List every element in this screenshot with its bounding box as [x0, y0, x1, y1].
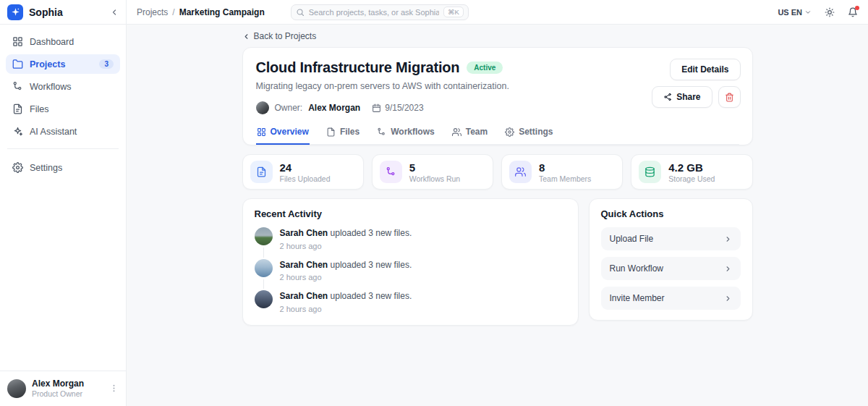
tab-label: Settings	[519, 127, 553, 137]
folder-icon	[12, 59, 23, 69]
sidebar-item-dashboard[interactable]: Dashboard	[6, 32, 120, 51]
user-menu-button[interactable]	[109, 384, 119, 393]
project-header-card: Cloud Infrastructure Migration Active Mi…	[242, 47, 753, 145]
chevron-left-icon	[110, 8, 119, 17]
status-badge: Active	[467, 62, 503, 74]
stat-label: Team Members	[539, 174, 591, 183]
stat-value: 4.2 GB	[668, 161, 715, 174]
activity-actor: Sarah Chen	[280, 228, 328, 238]
tab-workflows[interactable]: Workflows	[376, 125, 435, 145]
sidebar-item-label: Dashboard	[30, 37, 114, 47]
activity-time: 2 hours ago	[280, 242, 412, 250]
list-item: Sarah Chen uploaded 3 new files. 2 hours…	[255, 227, 566, 259]
tab-label: Workflows	[391, 127, 434, 137]
invite-member-button[interactable]: Invite Member	[601, 287, 741, 310]
dashboard-icon	[12, 36, 23, 47]
quick-action-label: Upload File	[610, 234, 654, 244]
sidebar-item-label: Files	[30, 104, 114, 114]
locale-label: US EN	[778, 8, 802, 17]
sidebar-item-projects[interactable]: Projects 3	[6, 54, 120, 74]
stat-value: 5	[409, 161, 460, 174]
stat-label: Workflows Run	[409, 174, 460, 183]
main-pane: Projects / Marketing Campaign ⌘K US EN	[127, 0, 868, 406]
back-link-label: Back to Projects	[254, 31, 317, 41]
activity-action: uploaded 3 new files.	[331, 291, 412, 301]
avatar	[255, 227, 273, 245]
tab-team[interactable]: Team	[451, 125, 488, 145]
brand-name: Sophia	[29, 7, 104, 18]
chevron-right-icon	[724, 265, 732, 273]
content-area: Back to Projects Cloud Infrastructure Mi…	[127, 25, 868, 406]
gear-icon	[505, 127, 514, 137]
notification-dot	[855, 6, 859, 10]
list-item: Sarah Chen uploaded 3 new files. 2 hours…	[255, 259, 566, 291]
stat-team-members: 8 Team Members	[501, 154, 623, 190]
sophia-logo-icon	[7, 4, 23, 20]
search-input[interactable]	[309, 8, 439, 17]
sidebar-item-ai-assistant[interactable]: AI Assistant	[6, 122, 120, 141]
back-to-projects-link[interactable]: Back to Projects	[242, 31, 317, 41]
users-icon	[452, 127, 461, 137]
share-button-label: Share	[676, 92, 700, 102]
search-shortcut-badge: ⌘K	[443, 7, 464, 17]
upload-file-button[interactable]: Upload File	[601, 227, 741, 250]
trash-icon	[725, 93, 734, 102]
user-avatar	[7, 379, 26, 398]
topbar: Projects / Marketing Campaign ⌘K US EN	[127, 0, 868, 25]
avatar	[255, 259, 273, 277]
avatar	[255, 290, 273, 308]
workflow-icon	[386, 166, 396, 177]
app-window: Sophia Dashboard Projects 3 Workflows Fi…	[0, 0, 868, 406]
share-button[interactable]: Share	[652, 86, 712, 108]
edit-details-button[interactable]: Edit Details	[670, 59, 740, 80]
activity-actor: Sarah Chen	[280, 260, 328, 270]
user-name: Alex Morgan	[32, 378, 103, 389]
breadcrumb: Projects / Marketing Campaign	[137, 7, 265, 17]
tab-label: Files	[340, 127, 359, 137]
projects-count-badge: 3	[99, 59, 114, 69]
stat-value: 8	[539, 161, 591, 174]
project-date: 9/15/2023	[385, 103, 423, 113]
share-icon	[663, 93, 672, 101]
locale-selector[interactable]: US EN	[778, 8, 812, 17]
calendar-icon	[372, 103, 381, 113]
search-box[interactable]: ⌘K	[291, 4, 469, 20]
file-icon	[12, 103, 23, 114]
delete-project-button[interactable]	[718, 86, 741, 108]
breadcrumb-parent[interactable]: Projects	[137, 7, 168, 17]
panel-title: Quick Actions	[601, 208, 741, 219]
list-item: Sarah Chen uploaded 3 new files. 2 hours…	[255, 290, 566, 315]
tab-label: Team	[466, 127, 488, 137]
notifications-button[interactable]	[848, 7, 858, 17]
page-title: Cloud Infrastructure Migration	[256, 59, 460, 76]
sidebar-item-label: Workflows	[30, 82, 114, 92]
tab-settings[interactable]: Settings	[504, 125, 553, 145]
search-icon	[296, 8, 305, 17]
bottom-row: Recent Activity Sarah Chen uploaded 3 ne…	[242, 198, 753, 326]
owner-label: Owner:	[275, 103, 303, 113]
chevron-right-icon	[724, 295, 732, 303]
breadcrumb-current: Marketing Campaign	[179, 7, 265, 17]
breadcrumb-separator: /	[172, 7, 174, 17]
sidebar-item-workflows[interactable]: Workflows	[6, 77, 120, 96]
sidebar-item-settings[interactable]: Settings	[6, 158, 120, 177]
stat-value: 24	[280, 161, 331, 174]
header-actions: Edit Details Share	[652, 59, 740, 108]
activity-time: 2 hours ago	[280, 305, 412, 313]
sidebar-item-files[interactable]: Files	[6, 99, 120, 119]
database-icon	[644, 166, 655, 177]
sparkles-icon	[12, 126, 23, 137]
run-workflow-button[interactable]: Run Workflow	[601, 257, 741, 280]
owner-avatar	[256, 101, 269, 114]
project-tabs: Overview Files Workflows Team	[256, 125, 739, 145]
dashboard-icon	[257, 127, 266, 137]
activity-action: uploaded 3 new files.	[331, 228, 412, 238]
tab-overview[interactable]: Overview	[256, 125, 310, 145]
sidebar-item-label: Projects	[30, 59, 93, 69]
stat-workflows-run: 5 Workflows Run	[372, 154, 493, 190]
stat-storage-used: 4.2 GB Storage Used	[631, 154, 752, 190]
stat-files-uploaded: 24 Files Uploaded	[242, 154, 364, 190]
theme-toggle-button[interactable]	[825, 7, 835, 17]
sidebar-collapse-button[interactable]	[110, 8, 119, 17]
tab-files[interactable]: Files	[326, 125, 360, 145]
